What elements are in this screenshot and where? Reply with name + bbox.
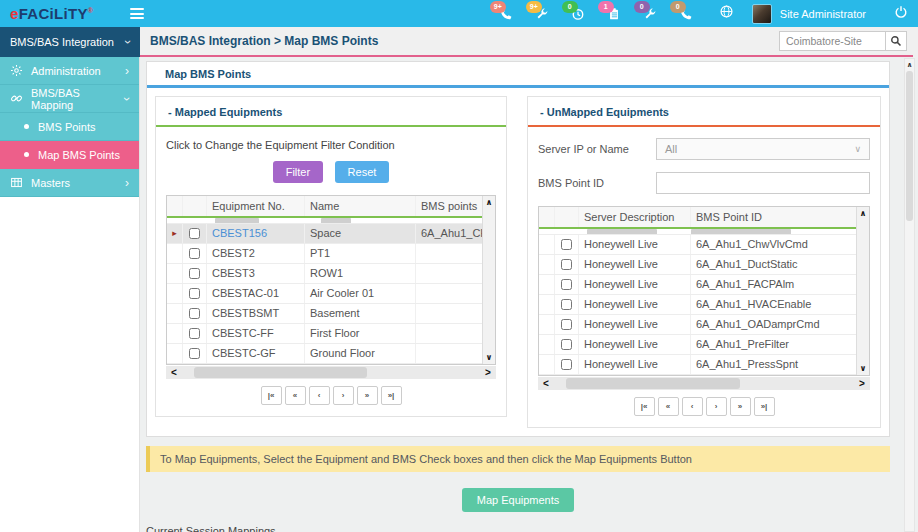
bms-point-id-input[interactable] [656,172,870,194]
row-checkbox[interactable] [561,299,572,310]
row-checkbox[interactable] [561,239,572,250]
mapped-equipments-panel: - Mapped Equipments Click to Change the … [155,96,507,417]
map-equipments-button[interactable]: Map Equipments [462,488,575,512]
site-search-input[interactable] [779,31,885,51]
app-logo[interactable]: eFACiLiTY® [0,5,120,22]
mapped-panel-title[interactable]: - Mapped Equipments [166,97,496,125]
column-header[interactable]: BMS Point ID [691,207,856,227]
chevron-down-icon: ∨ [854,144,861,154]
table-row[interactable]: ▸ CBEST156 Space 6A_Ahu1_CHW [167,224,482,244]
scroll-down-arrow[interactable]: ∨ [486,351,493,364]
page-first-button[interactable]: |« [261,386,282,405]
tasks-button[interactable]: 1 [607,7,621,21]
scroll-up-arrow[interactable]: ∧ [905,59,914,70]
server-select[interactable]: All ∨ [656,138,870,160]
table-row[interactable]: CBEST2 PT1 [167,244,482,264]
row-checkbox[interactable] [189,288,200,299]
select-all-cell [555,207,579,227]
notification-badge: 9+ [490,1,506,13]
row-checkbox[interactable] [189,308,200,319]
row-checkbox[interactable] [189,268,200,279]
page-fast-prev-button[interactable]: « [285,386,306,405]
table-row[interactable]: Honeywell Live 6A_Ahu1_PreFilter [539,335,856,355]
chevron-down-icon: › [121,97,133,101]
scroll-right-arrow[interactable]: > [480,366,496,379]
scroll-left-arrow[interactable]: < [166,366,182,379]
scroll-up-arrow[interactable]: ∧ [486,196,493,209]
reset-button[interactable]: Reset [335,161,390,183]
globe-icon[interactable] [719,4,734,23]
column-header[interactable]: Equipment No. [207,196,305,216]
page-next-button[interactable]: › [706,397,727,416]
row-checkbox[interactable] [189,348,200,359]
sidebar-header[interactable]: BMS/BAS Integration › [0,27,140,57]
notification-badge: 9+ [526,1,542,13]
table-row[interactable]: CBEST3 ROW1 [167,264,482,284]
page-prev-button[interactable]: ‹ [682,397,703,416]
avatar[interactable] [752,4,772,24]
table-row[interactable]: Honeywell Live 6A_Ahu1_ChwVlvCmd [539,235,856,255]
column-header[interactable]: BMS points [416,196,482,216]
sidebar-item-masters[interactable]: Masters › [0,169,139,197]
page-last-button[interactable]: »| [381,386,402,405]
vertical-scrollbar[interactable]: ∧ ∨ [856,207,869,375]
tab-map-bms-points[interactable]: Map BMS Points [165,68,251,80]
equipment-filter-condition-link[interactable]: Click to Change the Equipment Filter Con… [166,139,496,151]
column-header[interactable]: Server Description [579,207,691,227]
logout-power-icon[interactable] [894,5,908,23]
menu-toggle-icon[interactable] [130,6,144,22]
horizontal-scrollbar[interactable]: < > [538,377,870,390]
row-checkbox[interactable] [561,319,572,330]
scrollbar-thumb[interactable] [194,367,367,378]
enquiry-button[interactable]: 0 [679,7,693,21]
page-next-button[interactable]: › [333,386,354,405]
page-fast-next-button[interactable]: » [357,386,378,405]
sidebar-item-administration[interactable]: Administration › [0,57,139,85]
page-fast-prev-button[interactable]: « [658,397,679,416]
row-checkbox[interactable] [189,228,200,239]
scroll-right-arrow[interactable]: > [854,377,870,390]
horizontal-scrollbar[interactable]: < > [166,366,496,379]
sidebar-item-bmsbas-mapping[interactable]: BMS/BAS Mapping › [0,85,139,113]
unmapped-panel-title[interactable]: - UnMapped Equipments [538,97,870,125]
work-request-button[interactable]: 9+ [535,7,549,21]
row-checkbox[interactable] [561,339,572,350]
table-row[interactable]: Honeywell Live 6A_Ahu1_PressSpnt [539,355,856,375]
table-row[interactable]: CBESTAC-01 Air Cooler 01 [167,284,482,304]
table-row[interactable]: CBESTC-GF Ground Floor [167,344,482,364]
row-checkbox[interactable] [189,328,200,339]
service-request-button[interactable]: 0 [643,7,657,21]
row-checkbox[interactable] [561,259,572,270]
table-row[interactable]: Honeywell Live 6A_Ahu1_OADamprCmd [539,315,856,335]
scroll-up-arrow[interactable]: ∧ [860,207,867,220]
sidebar-item-map-bms-points[interactable]: Map BMS Points [0,141,139,169]
table-row[interactable]: CBESTC-FF First Floor [167,324,482,344]
scrollbar-thumb[interactable] [566,378,740,389]
search-button[interactable] [885,31,907,51]
scrollbar-thumb[interactable] [906,71,913,221]
page-last-button[interactable]: »| [754,397,775,416]
column-header[interactable]: Name [305,196,416,216]
row-checkbox[interactable] [561,359,572,370]
table-row[interactable]: CBESTBSMT Basement [167,304,482,324]
table-row[interactable]: Honeywell Live 6A_Ahu1_FACPAlm [539,275,856,295]
equipment-link[interactable]: CBEST156 [207,224,305,243]
page-scrollbar[interactable]: ∧ [904,58,915,532]
pending-jobs-button[interactable]: 0 [571,7,585,21]
table-row[interactable]: Honeywell Live 6A_Ahu1_DuctStatic [539,255,856,275]
select-all-cell [183,196,207,216]
row-checkbox[interactable] [561,279,572,290]
vertical-scrollbar[interactable]: ∧ ∨ [482,196,495,364]
map-instructions-banner: To Map Equipments, Select the Equipment … [146,446,890,472]
row-checkbox[interactable] [189,248,200,259]
current-session-mappings: Current Session Mappings Server Descript… [146,525,890,532]
scroll-left-arrow[interactable]: < [538,377,554,390]
phone-notification-button[interactable]: 9+ [499,7,513,21]
page-fast-next-button[interactable]: » [730,397,751,416]
page-prev-button[interactable]: ‹ [309,386,330,405]
sidebar-item-bms-points[interactable]: BMS Points [0,113,139,141]
page-first-button[interactable]: |« [634,397,655,416]
table-row[interactable]: Honeywell Live 6A_Ahu1_HVACEnable [539,295,856,315]
scroll-down-arrow[interactable]: ∨ [860,362,867,375]
filter-button[interactable]: Filter [273,161,323,183]
